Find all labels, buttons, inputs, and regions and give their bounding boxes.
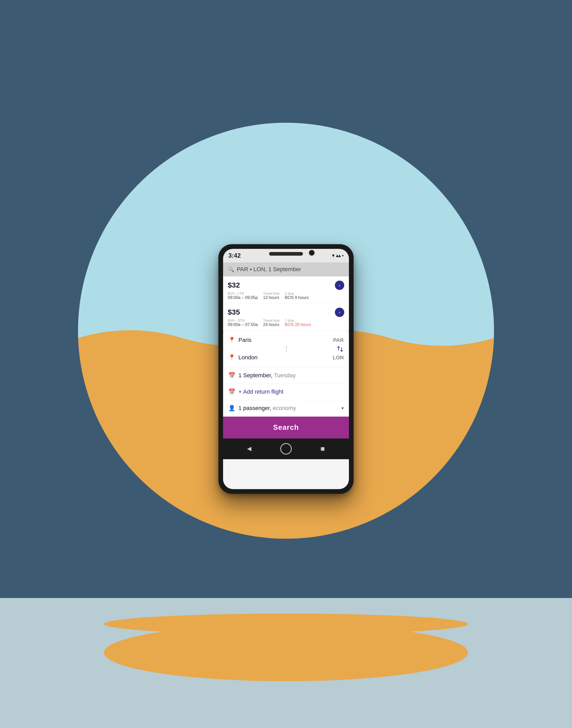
search-bar-text: PAR • LON, 1 September: [237, 266, 301, 273]
signal-icon: ▴▴: [336, 253, 341, 259]
bottom-navigation: ◄ ■: [223, 438, 349, 459]
flight1-travel-label: Travel time: [263, 291, 280, 295]
flight2-info: BVA – STN 09:00a – 07:50a Travel time 24…: [228, 318, 344, 327]
location-section[interactable]: 📍 Paris PAR 📍 London LON: [223, 331, 349, 367]
return-calendar-icon: 📅: [228, 388, 235, 395]
search-bar[interactable]: 🔍 PAR • LON, 1 September: [223, 262, 349, 276]
calendar-icon: 📅: [228, 372, 235, 379]
recents-button[interactable]: ■: [316, 442, 329, 455]
passenger-count: 1 passenger, economy: [238, 405, 296, 412]
flight1-travel-time: 13 hours: [263, 295, 279, 300]
destination-city: London: [238, 354, 330, 361]
origin-pin-icon: 📍: [228, 337, 235, 344]
passenger-number: 1 passenger,: [238, 405, 271, 411]
phone-speaker: [269, 252, 303, 256]
flight2-price: $35: [228, 308, 240, 316]
back-button[interactable]: ◄: [243, 442, 256, 455]
phone-camera: [309, 250, 314, 256]
search-overlay-panel: 📍 Paris PAR 📍 London LON: [223, 331, 349, 438]
destination-code: LON: [333, 355, 344, 361]
battery-icon: ▪: [342, 253, 344, 259]
departure-date: 1 September, Tuesday: [238, 372, 296, 379]
day-value: Tuesday: [274, 372, 296, 378]
swap-icon: [337, 345, 344, 353]
passenger-section[interactable]: 👤 1 passenger, economy ▾: [223, 400, 349, 417]
passenger-dropdown-arrow[interactable]: ▾: [341, 405, 344, 411]
flight1-times: 09:00a – 09:05p: [228, 295, 258, 300]
swap-button[interactable]: [337, 345, 344, 353]
status-time: 3:42: [228, 252, 241, 259]
flight2-airline-label: BVA – STN: [228, 318, 258, 322]
flight-result-2[interactable]: $35 V BVA – STN 09:00a – 07:50a: [223, 303, 349, 331]
back-icon: ◄: [246, 445, 253, 453]
flight1-info: BVA – LTN 09:00a – 09:05p Travel time 13…: [228, 291, 344, 300]
search-icon: 🔍: [228, 266, 234, 273]
airline-badge-1: V: [335, 281, 344, 290]
svg-text:V: V: [339, 284, 340, 287]
phone-device: 3:42 ▾ ▴▴ ▪ 🔍 PAR • LON, 1 September $32: [218, 244, 354, 494]
home-circle-icon: [280, 443, 292, 454]
origin-city: Paris: [238, 337, 330, 344]
flight1-stop-info: BCN 9 hours: [285, 295, 309, 300]
passenger-icon: 👤: [228, 405, 235, 412]
flight2-times: 09:00a – 07:50a: [228, 322, 258, 327]
origin-row[interactable]: 📍 Paris PAR: [228, 335, 344, 345]
podium: [104, 624, 468, 681]
wifi-icon: ▾: [332, 253, 334, 259]
phone-screen: 3:42 ▾ ▴▴ ▪ 🔍 PAR • LON, 1 September $32: [223, 249, 349, 489]
airline-logo-2: V: [337, 310, 342, 315]
add-return-text: + Add return flight: [238, 388, 283, 395]
origin-code: PAR: [333, 337, 344, 343]
destination-pin-icon: 📍: [228, 354, 235, 361]
search-button[interactable]: Search: [223, 417, 349, 438]
destination-row[interactable]: 📍 London LON: [228, 353, 344, 362]
home-button[interactable]: [280, 442, 292, 455]
flight-result-1[interactable]: $32 V BVA – LTN 09:00a – 09:05p: [223, 276, 349, 303]
podium-top: [104, 613, 468, 634]
date-value: 1 September: [238, 372, 271, 378]
recents-icon: ■: [320, 445, 325, 453]
date-section[interactable]: 📅 1 September, Tuesday: [223, 367, 349, 384]
status-icons: ▾ ▴▴ ▪: [332, 253, 344, 259]
search-button-label: Search: [273, 423, 299, 431]
flight2-travel-label: Travel time: [263, 318, 280, 322]
phone-wrapper: 3:42 ▾ ▴▴ ▪ 🔍 PAR • LON, 1 September $32: [218, 244, 354, 494]
svg-text:V: V: [339, 311, 340, 314]
flight1-airline-label: BVA – LTN: [228, 291, 258, 295]
flight1-stops-label: 1 stop: [285, 291, 309, 295]
airline-badge-2: V: [335, 308, 344, 317]
flight2-stops-label: 1 stop: [285, 318, 311, 322]
flight2-travel-time: 24 hours: [263, 322, 279, 327]
flight2-stop-info: BCN 20 hours: [285, 322, 311, 327]
scene: 3:42 ▾ ▴▴ ▪ 🔍 PAR • LON, 1 September $32: [0, 0, 572, 728]
travel-class: economy: [273, 405, 296, 411]
route-dots: [229, 345, 344, 353]
airline-logo-1: V: [337, 283, 342, 288]
flight1-price: $32: [228, 281, 240, 289]
add-return-section[interactable]: 📅 + Add return flight: [223, 384, 349, 400]
